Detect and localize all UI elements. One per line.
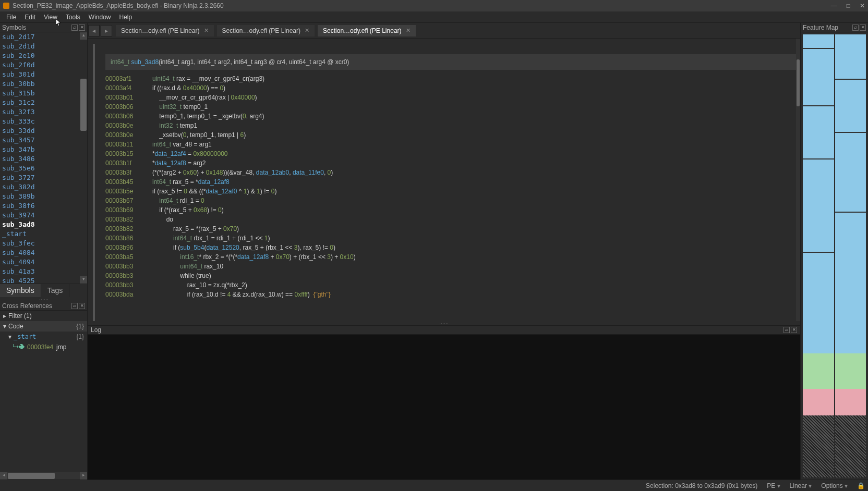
symbol-item[interactable]: sub_315b [0, 89, 80, 98]
code-line[interactable]: 00003af1uint64_t rax = __mov_cr_gpr64_cr… [88, 74, 800, 83]
code-line[interactable]: 00003b45int64_t rax_5 = *data_12af8 [88, 177, 800, 187]
code-line[interactable]: 00003b67 int64_t rdi_1 = 0 [88, 196, 800, 205]
code-text: *data_12af4 = 0x80000000 [152, 149, 228, 158]
symbol-item[interactable]: sub_4525 [0, 276, 80, 284]
symbol-item[interactable]: sub_38f6 [0, 201, 80, 211]
symbol-item[interactable]: sub_35e6 [0, 164, 80, 173]
code-addr: 00003af1 [105, 74, 152, 83]
symbol-item[interactable]: sub_3486 [0, 154, 80, 164]
window-title: Section_PE32_image_AppleBds_AppleBds_bod… [13, 2, 224, 9]
panel-split-icon[interactable]: ▱ [783, 327, 790, 333]
status-pe-dropdown[interactable]: PE [767, 482, 780, 489]
code-line[interactable]: 00003ba5 int16_t* rbx_2 = *(*(*data_12af… [88, 252, 800, 262]
menu-tools[interactable]: Tools [62, 13, 85, 22]
file-tab[interactable]: Section…ody.efi (PE Linear)✕ [217, 25, 315, 36]
code-line[interactable]: 00003b15*data_12af4 = 0x80000000 [88, 149, 800, 158]
lock-icon[interactable]: 🔒 [857, 482, 865, 489]
panel-split-icon[interactable]: ▱ [71, 24, 78, 31]
nav-fwd-button[interactable]: ▸ [101, 25, 112, 36]
panel-split-icon[interactable]: ▱ [852, 24, 859, 31]
xrefs-leaf-row[interactable]: ⮡➔ 00003fe4 jmp [0, 342, 87, 352]
symbol-item[interactable]: sub_3457 [0, 136, 80, 145]
symbol-item[interactable]: sub_2f0d [0, 60, 80, 70]
code-line[interactable]: 00003b0e int32_t temp1 [88, 121, 800, 130]
code-line[interactable]: 00003b82 do [88, 215, 800, 224]
code-line[interactable]: 00003b06 temp0_1, temp0_1 = _xgetbv(0, a… [88, 112, 800, 121]
code-view[interactable]: int64_t sub_3ad8(int64_t arg1, int64_t a… [88, 39, 800, 321]
status-linear-dropdown[interactable]: Linear [790, 482, 812, 489]
symbols-scrollbar[interactable]: ▴ ▾ [80, 32, 87, 284]
status-options-dropdown[interactable]: Options [821, 482, 848, 489]
symbol-item[interactable]: sub_3ad8 [0, 220, 80, 229]
symbols-list[interactable]: sub_2d17sub_2d1dsub_2e10sub_2f0dsub_301d… [0, 32, 87, 284]
xrefs-code-row[interactable]: ▾Code {1} [0, 321, 87, 332]
close-button[interactable]: ✕ [860, 2, 865, 9]
symbol-item[interactable]: sub_3fec [0, 239, 80, 248]
code-line[interactable]: 00003bb3 while (true) [88, 271, 800, 280]
splitter-grip[interactable]: ⋯⋯ [88, 321, 800, 325]
panel-close-icon[interactable]: ✕ [79, 303, 85, 309]
symbol-item[interactable]: sub_30bb [0, 79, 80, 89]
left-hscroll[interactable]: ◂ ▸ [0, 472, 87, 480]
code-line[interactable]: 00003bb3 uint64_t rax_10 [88, 262, 800, 271]
symbol-item[interactable]: sub_2d1d [0, 42, 80, 51]
menu-help[interactable]: Help [115, 13, 137, 22]
file-tab[interactable]: Section…ody.efi (PE Linear)✕ [116, 25, 214, 36]
symbol-item[interactable]: sub_33dd [0, 126, 80, 136]
code-line[interactable]: 00003bda if (rax_10.d != 4 && zx.d(rax_1… [88, 290, 800, 299]
code-line[interactable]: 00003af4if ((rax.d & 0x40000) == 0) [88, 83, 800, 93]
close-tab-icon[interactable]: ✕ [204, 27, 209, 34]
file-tab[interactable]: Section…ody.efi (PE Linear)✕ [318, 25, 416, 36]
code-line[interactable]: 00003b3f(*(*(arg2 + 0x60) + 0x148))(&var… [88, 168, 800, 177]
nav-back-button[interactable]: ◂ [88, 25, 100, 36]
symbol-item[interactable]: sub_41a3 [0, 267, 80, 276]
app-icon [3, 3, 9, 9]
xrefs-start-row[interactable]: ▾_start {1} [0, 332, 87, 342]
splitter-grip[interactable]: ⋯⋯ [0, 297, 87, 301]
code-line[interactable]: 00003b5eif (rax_5 != 0 && ((*data_12af0 … [88, 187, 800, 196]
code-line[interactable]: 00003b0e _xsetbv(0, temp0_1, temp1 | 6) [88, 130, 800, 140]
symbol-item[interactable]: sub_2e10 [0, 51, 80, 60]
code-line[interactable]: 00003b1f*data_12af8 = arg2 [88, 158, 800, 168]
log-panel[interactable] [88, 335, 800, 480]
menu-edit[interactable]: Edit [20, 13, 40, 22]
minimize-button[interactable]: — [831, 2, 837, 9]
panel-close-icon[interactable]: ✕ [860, 24, 866, 31]
code-line[interactable]: 00003b11int64_t var_48 = arg1 [88, 140, 800, 149]
symbol-item[interactable]: sub_32f3 [0, 107, 80, 117]
symbol-item[interactable]: sub_31c2 [0, 98, 80, 107]
symbol-item[interactable]: sub_4084 [0, 248, 80, 257]
close-tab-icon[interactable]: ✕ [406, 27, 411, 34]
panel-close-icon[interactable]: ✕ [791, 327, 797, 333]
menu-file[interactable]: File [2, 13, 20, 22]
symbol-item[interactable]: _start [0, 229, 80, 239]
panel-split-icon[interactable]: ▱ [71, 303, 78, 309]
symbol-item[interactable]: sub_4094 [0, 257, 80, 267]
code-line[interactable]: 00003b96 if (sub_5b4(data_12520, rax_5 +… [88, 243, 800, 252]
menu-view[interactable]: View [40, 13, 62, 22]
symbol-item[interactable]: sub_3727 [0, 173, 80, 182]
feature-map[interactable] [801, 32, 868, 480]
code-line[interactable]: 00003b86 int64_t rbx_1 = rdi_1 + (rdi_1 … [88, 234, 800, 243]
symbol-item[interactable]: sub_301d [0, 70, 80, 79]
function-signature[interactable]: int64_t sub_3ad8(int64_t arg1, int64_t a… [105, 54, 800, 70]
code-line[interactable]: 00003b01 __mov_cr_cr_gpr64(rax | 0x40000… [88, 93, 800, 102]
code-line[interactable]: 00003b69 if (*(rax_5 + 0x68) != 0) [88, 205, 800, 215]
symbol-item[interactable]: sub_333c [0, 117, 80, 126]
symbol-item[interactable]: sub_2d17 [0, 32, 80, 42]
close-tab-icon[interactable]: ✕ [305, 27, 309, 34]
symbol-item[interactable]: sub_382d [0, 182, 80, 192]
panel-close-icon[interactable]: ✕ [79, 24, 85, 31]
symbol-item[interactable]: sub_3974 [0, 211, 80, 220]
tab-tags[interactable]: Tags [41, 284, 70, 297]
symbol-item[interactable]: sub_347b [0, 145, 80, 154]
tab-symbols[interactable]: Symbols [0, 284, 41, 297]
code-vscrollbar[interactable] [796, 39, 800, 321]
menu-window[interactable]: Window [85, 13, 115, 22]
symbol-item[interactable]: sub_389b [0, 192, 80, 201]
maximize-button[interactable]: □ [847, 2, 850, 9]
code-line[interactable]: 00003bb3 rax_10 = zx.q(*rbx_2) [88, 280, 800, 290]
code-line[interactable]: 00003b82 rax_5 = *(rax_5 + 0x70) [88, 224, 800, 234]
xrefs-filter[interactable]: ▸Filter (1) [0, 311, 87, 321]
code-line[interactable]: 00003b06 uint32_t temp0_1 [88, 102, 800, 112]
